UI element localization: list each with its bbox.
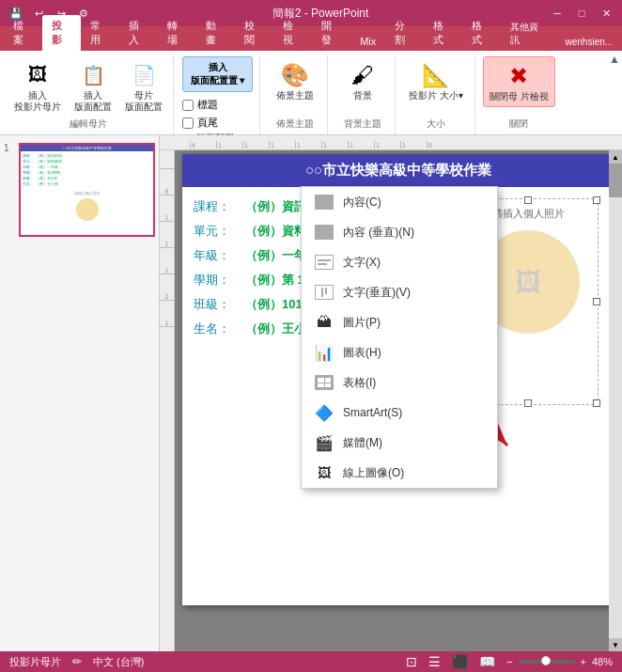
ribbon: 🖼 插入投影片母片 📋 插入版面配置 📄 母片版面配置 編輯母片 插入版面配置置… [0,51,622,135]
tab-format2[interactable]: 格式 [462,15,501,51]
content-icon [313,193,335,211]
media-label: 媒體(M) [343,435,382,451]
view-slideshow-button[interactable]: ⬛ [452,654,468,669]
content-label: 內容(C) [343,195,381,211]
smartart-label: SmartArt(S) [343,406,402,419]
tab-user[interactable]: wenhsien... [556,33,623,51]
tab-home[interactable]: 常用 [81,15,119,51]
photo-placeholder-text: 請插入個人照片 [492,207,565,221]
view-normal-button[interactable]: ⊡ [406,654,417,669]
media-icon: 🎬 [313,433,335,452]
view-outline-button[interactable]: ☰ [428,654,441,669]
slide-size-button[interactable]: 📐 投影片 大小▾ [403,56,469,105]
horizontal-ruler: 4 1 1 1 1 1 1 1 1 8 [160,135,622,150]
ribbon-tabs: 檔案 投影 常用 插入 轉場 動畫 校閱 檢視 開發 Mix 分割 格式 格式 … [0,26,622,51]
slide-master-button[interactable]: 📄 母片版面配置 [120,57,167,116]
main-area: 1 ○○市立快樂高級中等學校作業 課程：（例）資訊科技 單元：（例）資料處理 年… [0,135,622,651]
text-v-label: 文字(垂直)(V) [343,285,411,301]
table-label: 表格(I) [343,375,376,391]
tab-file[interactable]: 檔案 [4,15,42,51]
slide-panel: 1 ○○市立快樂高級中等學校作業 課程：（例）資訊科技 單元：（例）資料處理 年… [0,135,160,651]
scroll-down-button[interactable]: ▼ [609,638,622,651]
canvas-wrapper: 4 1 1 1 1 1 1 1 1 8 8 1 1 1 2 1 ○ [160,135,622,651]
status-edit-icon[interactable]: ✏ [72,655,82,668]
scroll-thumb[interactable] [609,164,622,197]
zoom-plus-button[interactable]: + [581,656,586,667]
zoom-level: 48% [592,656,613,667]
menu-item-online[interactable]: 🖼 線上圖像(O) [302,458,497,488]
title-checkbox[interactable] [182,100,194,111]
online-icon: 🖼 [313,463,335,482]
ribbon-group-close: ✖ 關閉母 片檢視 關閉 [477,55,561,134]
tab-mix[interactable]: Mix [350,32,385,51]
slide-thumbnail[interactable]: ○○市立快樂高級中等學校作業 課程：（例）資訊科技 單元：（例）資料處理 年級：… [19,143,155,237]
theme-group-label: 佈景主題 [276,117,314,133]
tab-insert[interactable]: 插入 [119,15,158,51]
view-reading-button[interactable]: 📖 [479,654,495,669]
tab-developer[interactable]: 開發 [312,15,350,51]
vertical-ruler: 8 1 1 1 2 1 [160,150,175,651]
zoom-controls: − + 48% [506,656,613,667]
name-label: 生名： [194,320,245,337]
menu-item-chart[interactable]: 📊 圖表(H) [302,337,497,367]
insert-layout-button[interactable]: 📋 插入版面配置 [70,57,117,116]
theme-button[interactable]: 🎨 佈景主題 [269,56,321,105]
maximize-button[interactable]: □ [573,5,590,22]
close-button[interactable]: ✕ [598,5,614,22]
scroll-up-button[interactable]: ▲ [609,150,622,164]
picture-label: 圖片(P) [343,315,381,331]
menu-item-text[interactable]: 文字(X) [302,247,497,277]
tab-slideshow[interactable]: 投影 [42,15,81,51]
tab-review[interactable]: 校閱 [235,15,273,51]
smartart-icon: 🔷 [313,403,335,422]
ribbon-group-theme: 🎨 佈景主題 佈景主題 [262,55,328,134]
footer-checkbox-label: 頁尾 [197,116,218,130]
scrollbar-vertical[interactable]: ▲ ▼ [609,150,622,651]
text-icon [313,253,335,272]
course-label: 課程： [194,198,245,215]
text-label: 文字(X) [343,255,381,271]
ribbon-collapse-arrow[interactable]: ▲ [609,53,620,66]
slide-number: 1 [4,143,15,153]
title-checkbox-item: 標題 [182,98,218,112]
grade-label: 年級： [194,247,245,264]
close-group-label: 關閉 [509,117,528,133]
edit-master-label: 編輯母片 [70,117,107,133]
menu-item-media[interactable]: 🎬 媒體(M) [302,428,497,458]
tab-animations[interactable]: 動畫 [196,15,235,51]
menu-item-content-v[interactable]: 內容 (垂直)(N) [302,217,497,247]
close-view-button[interactable]: ✖ 關閉母 片檢視 [483,56,555,107]
menu-item-smartart[interactable]: 🔷 SmartArt(S) [302,398,497,428]
tab-transitions[interactable]: 轉場 [158,15,196,51]
chart-icon: 📊 [313,343,335,362]
content-v-label: 內容 (垂直)(N) [343,225,414,241]
status-language: 中文 (台灣) [93,655,144,669]
tab-view[interactable]: 檢視 [273,15,312,51]
menu-item-picture[interactable]: 🏔 圖片(P) [302,307,497,337]
ribbon-group-background: 🖌 背景 背景主題 [330,55,396,134]
title-checkbox-label: 標題 [197,98,218,112]
chart-label: 圖表(H) [343,345,381,361]
zoom-slider[interactable] [519,660,575,664]
ribbon-group-size: 📐 投影片 大小▾ 大小 [397,55,475,134]
text-v-icon [313,283,335,302]
insert-slide-master-button[interactable]: 🖼 插入投影片母片 [9,57,66,116]
unit-label: 單元： [194,223,245,240]
title-bar-right: ─ □ ✕ [549,5,614,22]
content-v-icon [313,223,335,242]
tab-format1[interactable]: 格式 [424,15,462,51]
menu-item-text-v[interactable]: 文字(垂直)(V) [302,277,497,307]
menu-item-table[interactable]: 表格(I) [302,367,497,398]
menu-item-content[interactable]: 內容(C) [302,187,497,217]
footer-checkbox-item: 頁尾 [182,116,218,130]
background-button[interactable]: 🖌 背景 [340,56,385,105]
semester-label: 學期： [194,272,245,289]
tab-more-info[interactable]: 其他資訊 [501,17,555,51]
ribbon-group-edit-master: 🖼 插入投影片母片 📋 插入版面配置 📄 母片版面配置 編輯母片 [4,55,174,134]
dropdown-menu: 內容(C) 內容 (垂直)(N) 文字(X) [301,186,498,489]
insert-placeholder-button[interactable]: 插入版面配置置 ▾ [182,56,254,92]
footer-checkbox[interactable] [182,117,194,129]
zoom-minus-button[interactable]: − [506,656,512,667]
tab-split[interactable]: 分割 [385,15,424,51]
status-mode: 投影片母片 [9,655,61,669]
